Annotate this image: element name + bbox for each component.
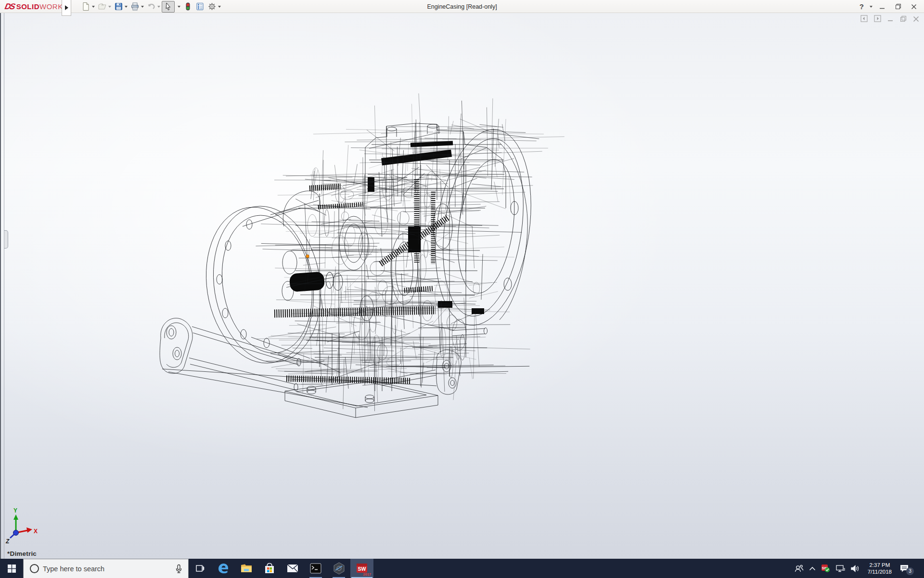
search-input[interactable]	[39, 565, 175, 573]
taskbar-task-view-button[interactable]	[189, 559, 212, 578]
windows-logo-icon	[8, 565, 16, 573]
microphone-icon[interactable]	[175, 564, 182, 574]
tray-overflow-chevron-icon[interactable]	[809, 566, 816, 571]
dropdown-caret[interactable]	[108, 6, 111, 8]
document-window-controls	[860, 15, 919, 24]
command-prompt-icon	[310, 563, 321, 574]
file-properties-icon	[195, 2, 205, 11]
solidworks-logo: DS SOLIDWORKS	[5, 0, 68, 13]
network-icon[interactable]	[835, 565, 845, 573]
taskbar-file-explorer-button[interactable]	[235, 559, 258, 578]
taskbar-spacer	[373, 559, 794, 578]
print-button[interactable]	[129, 1, 145, 13]
restore-button[interactable]	[892, 1, 904, 12]
ds-logo-icon: DS	[4, 2, 15, 12]
undo-button[interactable]	[145, 1, 162, 13]
minimize-button[interactable]	[876, 1, 888, 12]
clock-date: 7/11/2018	[868, 568, 892, 575]
close-button[interactable]	[908, 1, 920, 12]
store-icon	[264, 563, 275, 574]
brand-name-bold: SOLID	[16, 2, 39, 11]
select-arrow-icon	[164, 2, 173, 11]
new-document-icon	[81, 2, 90, 11]
system-tray: SW 2:37 PM 7/11/2018 3	[794, 559, 924, 578]
taskbar-command-prompt-button[interactable]	[304, 559, 327, 578]
start-button[interactable]	[0, 559, 23, 578]
print-icon	[130, 2, 140, 11]
reference-triad: Y X Z	[5, 507, 38, 545]
solidworks-version-label: 2017	[363, 572, 371, 577]
svg-text:SW: SW	[358, 566, 366, 572]
save-button[interactable]	[113, 1, 129, 13]
solidworks-monitor-icon[interactable]: SW	[821, 564, 830, 573]
mail-icon	[286, 562, 299, 575]
clock-time: 2:37 PM	[869, 562, 890, 568]
help-button[interactable]: ?	[859, 2, 865, 11]
wireframe-model-canvas: Y X Z	[1, 13, 924, 559]
taskbar-search[interactable]	[23, 559, 189, 578]
select-tool-flyout[interactable]	[175, 1, 182, 13]
options-gear-icon	[207, 2, 217, 11]
doc-close-button[interactable]	[913, 15, 919, 24]
triad-y-label: Y	[13, 507, 17, 514]
task-view-icon	[195, 564, 205, 573]
titlebar-controls: ?	[859, 0, 920, 13]
dropdown-caret	[178, 6, 180, 8]
volume-icon[interactable]	[850, 565, 860, 573]
rebuild-button[interactable]	[182, 1, 194, 13]
open-folder-icon	[98, 2, 107, 11]
taskbar-solidworks-button[interactable]: SW 2017	[350, 559, 373, 578]
edge-icon	[217, 562, 230, 575]
new-document-button[interactable]	[80, 1, 96, 13]
notification-count-badge: 3	[906, 567, 914, 575]
graphics-viewport[interactable]: Y X Z *Dimetric	[0, 13, 924, 559]
doc-restore-button[interactable]	[900, 15, 907, 24]
origin-marker	[306, 255, 309, 258]
dropdown-caret[interactable]	[125, 6, 128, 8]
people-icon[interactable]	[794, 564, 804, 573]
options-button[interactable]	[206, 1, 222, 13]
menu-flyout-tab[interactable]	[62, 0, 71, 16]
flyout-arrow-icon	[65, 5, 68, 10]
taskbar-edge-button[interactable]	[212, 559, 235, 578]
show-left-pane-button[interactable]	[860, 15, 868, 24]
titlebar: DS SOLIDWORKS	[0, 0, 924, 13]
triad-x-label: X	[34, 528, 38, 535]
view-orientation-label: *Dimetric	[7, 550, 37, 557]
save-icon	[114, 2, 123, 11]
undo-icon	[147, 2, 156, 11]
action-center-button[interactable]: 3	[899, 564, 914, 573]
taskbar-hexagon-app-button[interactable]	[327, 559, 350, 578]
taskbar-mail-button[interactable]	[281, 559, 304, 578]
open-button[interactable]	[96, 1, 113, 13]
quick-access-toolbar	[80, 0, 222, 13]
select-tool-button[interactable]	[162, 1, 175, 13]
dropdown-caret[interactable]	[92, 6, 95, 8]
doc-minimize-button[interactable]	[887, 15, 894, 24]
taskbar-store-button[interactable]	[258, 559, 281, 578]
taskbar-clock[interactable]: 2:37 PM 7/11/2018	[865, 562, 894, 575]
dropdown-caret[interactable]	[141, 6, 144, 8]
triad-z-label: Z	[5, 538, 10, 545]
help-dropdown-caret[interactable]	[870, 6, 873, 8]
file-properties-button[interactable]	[194, 1, 206, 13]
hexagon-app-icon	[333, 562, 345, 575]
dropdown-caret[interactable]	[218, 6, 221, 8]
cortana-icon	[30, 564, 39, 573]
file-explorer-icon	[240, 562, 253, 575]
dropdown-caret[interactable]	[157, 6, 160, 8]
taskbar: SW 2017 SW 2:37 PM 7/11/2018 3	[0, 559, 924, 578]
show-right-pane-button[interactable]	[874, 15, 881, 24]
rebuild-traffic-light-icon	[183, 2, 192, 11]
